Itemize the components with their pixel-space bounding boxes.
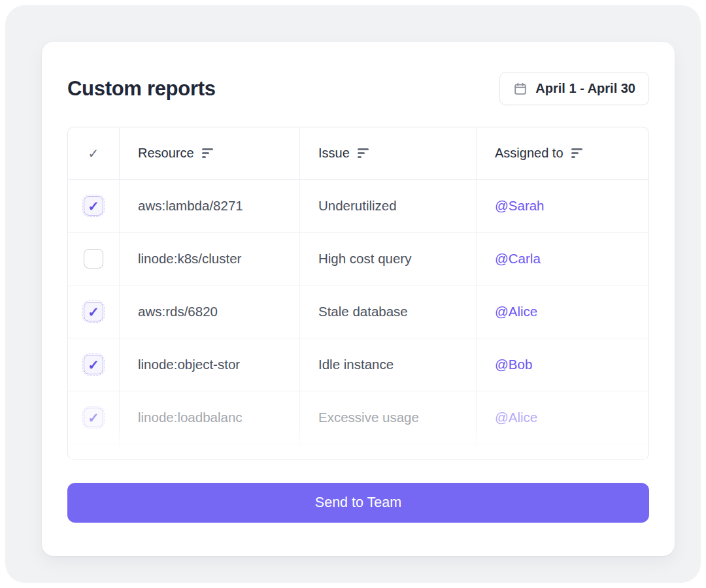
resource-cell: linode:object-stor [138,357,240,372]
row-checkbox[interactable] [84,355,103,374]
issue-cell: High cost query [318,251,411,267]
card-header: Custom reports April 1 - April 30 [67,72,649,105]
check-icon: ✓ [88,146,99,161]
row-checkbox[interactable] [84,408,103,427]
table-row: linode:object-stor Idle instance @Bob [68,338,648,391]
page-title: Custom reports [67,77,216,101]
issue-cell: Excessive usage [318,410,419,425]
date-range-button[interactable]: April 1 - April 30 [499,72,649,105]
assignee-mention-link[interactable]: @Carla [495,251,541,267]
sort-icon [571,148,582,158]
assignee-mention-link[interactable]: @Alice [495,410,537,425]
resource-cell: linode:k8s/cluster [138,251,241,267]
sort-icon [202,148,213,158]
resource-cell: aws:lambda/8271 [138,198,243,214]
issue-cell: Stale database [318,304,408,319]
row-checkbox[interactable] [84,302,103,321]
table-row: aws:rds/6820 Stale database @Alice [68,286,648,338]
assignee-mention-link[interactable]: @Sarah [495,198,545,214]
resource-cell: aws:rds/6820 [138,304,218,319]
row-checkbox[interactable] [84,249,103,269]
table-row: aws:lambda/8271 Underutilized @Sarah [68,180,648,233]
assignee-mention-link[interactable]: @Bob [495,357,532,372]
custom-reports-card: Custom reports April 1 - April 30 ✓ [42,42,675,556]
header-issue[interactable]: Issue [300,127,477,180]
calendar-icon [513,82,528,96]
issue-cell: Underutilized [318,198,397,214]
date-range-label: April 1 - April 30 [535,81,635,96]
table-row: aws:s3/8000 Low usage @Sarah [68,444,648,460]
row-checkbox[interactable] [84,196,103,216]
header-select-column[interactable]: ✓ [68,127,120,180]
assignee-mention-link[interactable]: @Alice [495,304,537,319]
header-resource[interactable]: Resource [120,127,300,180]
table-row: linode:k8s/cluster High cost query @Carl… [68,233,648,286]
resource-cell: linode:loadbalanc [138,410,243,425]
app-background: Custom reports April 1 - April 30 ✓ [5,5,701,583]
table-row: linode:loadbalanc Excessive usage @Alice [68,391,648,444]
reports-table: ✓ Resource Issue Assigned to aws:lambda/… [67,127,649,460]
issue-cell: Idle instance [318,357,394,372]
table-header-row: ✓ Resource Issue Assigned to [68,127,648,180]
sort-icon [358,148,369,158]
send-to-team-button[interactable]: Send to Team [67,483,649,523]
header-assigned-to[interactable]: Assigned to [477,127,648,180]
